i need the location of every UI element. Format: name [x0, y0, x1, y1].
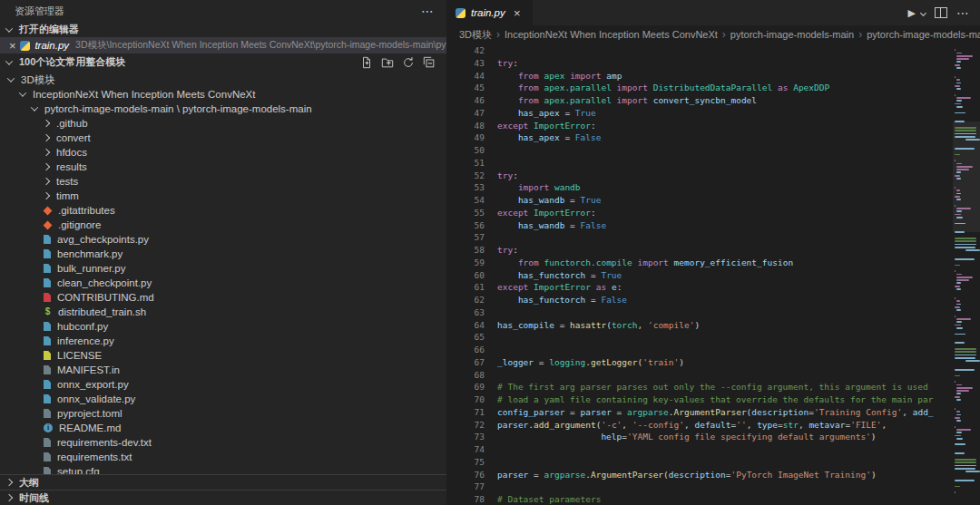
tree-item-.gitignore[interactable]: .gitignore [0, 218, 446, 232]
code-editor[interactable]: 4243try:44 from apex import amp45 from a… [446, 44, 980, 505]
code-line[interactable]: 46 from apex.parallel import convert_syn… [448, 94, 953, 107]
md-file-icon [44, 293, 51, 302]
tree-item-onnx_export.py[interactable]: onnx_export.py [0, 377, 446, 392]
code-line[interactable]: 52try: [448, 170, 953, 182]
tree-item-distributed_train.sh[interactable]: $distributed_train.sh [0, 305, 446, 319]
code-line[interactable]: 56 has_wandb = False [448, 219, 953, 232]
token-b: True [575, 108, 596, 118]
tree-item-.gitattributes[interactable]: .gitattributes [0, 203, 446, 218]
tab-train-py[interactable]: train.py × [446, 0, 534, 25]
timeline-section-header[interactable]: 时间线 [0, 490, 446, 505]
tree-item-convert[interactable]: convert [0, 131, 446, 145]
tree-item-requirements-dev.txt[interactable]: requirements-dev.txt [0, 435, 446, 450]
new-file-icon[interactable] [360, 56, 373, 69]
minimap-line [955, 417, 960, 419]
code-line[interactable]: 47 has_apex = True [448, 107, 953, 120]
breadcrumb-item[interactable]: InceptionNeXt When Inception Meets ConvN… [505, 29, 718, 40]
tree-item-pytorch-image-models-main-pytorch-image-models-main[interactable]: pytorch-image-models-main \ pytorch-imag… [0, 102, 446, 116]
collapse-all-icon[interactable] [423, 56, 436, 69]
breadcrumb-item[interactable]: 3D模块 [459, 28, 492, 42]
code-line[interactable]: 43try: [448, 57, 953, 70]
tree-item-clean_checkpoint.py[interactable]: clean_checkpoint.py [0, 276, 446, 290]
breadcrumb-item[interactable]: pytorch-image-models-main [730, 29, 854, 40]
tree-item-timm[interactable]: timm [0, 189, 446, 203]
code-line[interactable]: 62 has_functorch = False [448, 294, 953, 306]
token-p: ) [871, 470, 877, 480]
code-line[interactable]: 55except ImportError: [448, 207, 953, 219]
tree-item-LICENSE[interactable]: LICENSE [0, 348, 446, 363]
code-line[interactable]: 76parser = argparse.ArgumentParser(descr… [448, 469, 953, 481]
minimap[interactable] [953, 44, 980, 505]
outline-section-header[interactable]: 大纲 [0, 474, 446, 490]
code-line[interactable]: 42 [448, 44, 953, 57]
code-line[interactable]: 63 [448, 306, 953, 319]
code-line[interactable]: 66 [448, 344, 953, 356]
tree-item-tests[interactable]: tests [0, 174, 446, 189]
code-line[interactable]: 50 [448, 144, 953, 157]
project-section-header[interactable]: 100个论文常用整合模块 [0, 53, 446, 71]
code-line[interactable]: 53 import wandb [448, 181, 953, 194]
code-line[interactable]: 49 has_apex = False [448, 131, 953, 144]
minimap-line [955, 118, 980, 120]
code-line[interactable]: 64has_compile = hasattr(torch, 'compile'… [448, 319, 953, 332]
tree-item-bulk_runner.py[interactable]: bulk_runner.py [0, 261, 446, 276]
code-line[interactable]: 48except ImportError: [448, 120, 953, 132]
tree-item-hfdocs[interactable]: hfdocs [0, 145, 446, 160]
tree-item-MANIFEST.in[interactable]: MANIFEST.in [0, 363, 446, 377]
code-line[interactable]: 61except ImportError as e: [448, 281, 953, 294]
code-line[interactable]: 45 from apex.parallel import Distributed… [448, 82, 953, 94]
tree-item-avg_checkpoints.py[interactable]: avg_checkpoints.py [0, 232, 446, 247]
tree-item-setup.cfg[interactable]: setup.cfg [0, 464, 446, 474]
code-line[interactable]: 54 has_wandb = True [448, 194, 953, 207]
split-editor-icon[interactable] [935, 7, 947, 18]
code-line[interactable]: 69# The first arg parser parses out only… [448, 381, 953, 393]
open-editors-header[interactable]: 打开的编辑器 [0, 22, 446, 37]
code-line[interactable]: 77 [448, 481, 953, 493]
code-line[interactable]: 58try: [448, 244, 953, 257]
code-line[interactable]: 59 from functorch.compile import memory_… [448, 257, 953, 269]
explorer-more-icon[interactable]: ⋯ [421, 6, 434, 15]
tree-item-label: InceptionNeXt When Inception Meets ConvN… [33, 89, 255, 100]
code-line[interactable]: 71config_parser = parser = argparse.Argu… [448, 406, 953, 419]
tree-item-onnx_validate.py[interactable]: onnx_validate.py [0, 392, 446, 406]
code-line[interactable]: 51 [448, 157, 953, 170]
tree-item-InceptionNeXt-When-Inception-Meets-ConvNeXt[interactable]: InceptionNeXt When Inception Meets ConvN… [0, 87, 446, 102]
code-line[interactable]: 73 help='YAML config file specifying def… [448, 431, 953, 443]
refresh-icon[interactable] [402, 56, 415, 69]
code-line[interactable]: 78# Dataset parameters [448, 493, 953, 505]
tree-item-requirements.txt[interactable]: requirements.txt [0, 450, 446, 464]
minimap-line [955, 73, 980, 75]
code-line[interactable]: 72parser.add_argument('-c', '--config', … [448, 419, 953, 432]
tree-item-pyproject.toml[interactable]: pyproject.toml [0, 406, 446, 421]
code-line[interactable]: 70# load a yaml file containing key-valu… [448, 393, 953, 406]
code-line[interactable]: 75 [448, 456, 953, 469]
run-python-file-button[interactable]: ▶ [908, 7, 916, 19]
run-options-chevron-icon[interactable] [920, 9, 926, 15]
tree-item-CONTRIBUTING.md[interactable]: CONTRIBUTING.md [0, 290, 446, 305]
tree-item-hubconf.py[interactable]: hubconf.py [0, 319, 446, 334]
tree-item-README.md[interactable]: iREADME.md [0, 421, 446, 435]
code-line[interactable]: 44 from apex import amp [448, 70, 953, 83]
tree-item-inference.py[interactable]: inference.py [0, 334, 446, 348]
tree-item-benchmark.py[interactable]: benchmark.py [0, 247, 446, 261]
code-line[interactable]: 57 [448, 231, 953, 244]
code-line[interactable]: 60 has_functorch = True [448, 269, 953, 282]
token-t: argparse [627, 407, 669, 417]
tree-item-3D模块[interactable]: 3D模块 [0, 73, 446, 87]
line-number: 72 [448, 419, 497, 432]
tree-item-.github[interactable]: .github [0, 116, 446, 131]
token-k: import [518, 182, 549, 192]
close-tab-icon[interactable]: × [511, 6, 524, 20]
open-editor-item-train-py[interactable]: × train.py 3D模块\InceptionNeXt When Incep… [0, 37, 446, 53]
code-line[interactable]: 65 [448, 331, 953, 344]
tree-item-results[interactable]: results [0, 160, 446, 174]
code-line[interactable]: 74 [448, 443, 953, 456]
token-v: _logger [497, 357, 534, 367]
editor-more-icon[interactable]: ⋯ [956, 8, 969, 17]
breadcrumb-item[interactable]: pytorch-image-models-main [867, 29, 980, 40]
code-line[interactable]: 68 [448, 369, 953, 382]
close-icon[interactable]: × [7, 39, 17, 53]
new-folder-icon[interactable] [381, 56, 394, 69]
code-line[interactable]: 67_logger = logging.getLogger('train') [448, 356, 953, 369]
minimap-line [955, 366, 980, 368]
